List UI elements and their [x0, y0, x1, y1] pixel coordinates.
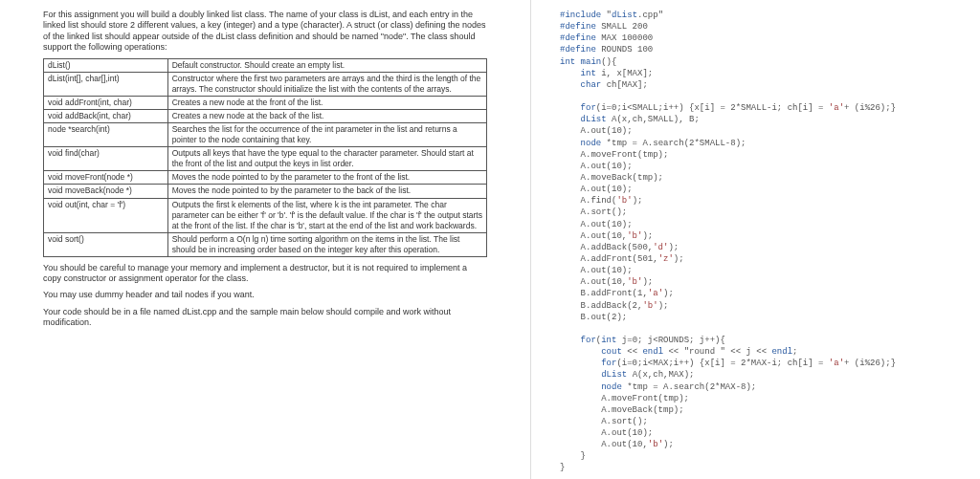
- codefile-paragraph: Your code should be in a file named dLis…: [43, 307, 487, 329]
- op-description: Creates a new node at the front of the l…: [167, 97, 486, 110]
- op-description: Outputs the first k elements of the list…: [167, 198, 486, 232]
- op-signature: void addBack(int, char): [44, 110, 168, 123]
- page-left: For this assignment you will build a dou…: [0, 0, 531, 479]
- op-description: Moves the node pointed to by the paramet…: [167, 171, 486, 185]
- op-description: Outputs all keys that have the type equa…: [167, 147, 486, 171]
- table-row: node *search(int)Searches the list for t…: [44, 123, 487, 147]
- op-signature: void addFront(int, char): [44, 97, 168, 110]
- op-signature: dList(int[], char[],int): [44, 73, 168, 97]
- op-description: Constructor where the first two paramete…: [167, 73, 486, 97]
- op-signature: dList(): [44, 59, 168, 73]
- table-row: void find(char)Outputs all keys that hav…: [44, 147, 487, 171]
- table-row: void moveFront(node *)Moves the node poi…: [44, 171, 487, 185]
- table-row: dList(int[], char[],int)Constructor wher…: [44, 73, 487, 97]
- op-signature: void find(char): [44, 147, 168, 171]
- table-row: dList()Default constructor. Should creat…: [44, 59, 487, 73]
- sample-code: #include "dList.cpp" #define SMALL 200 #…: [560, 10, 937, 474]
- table-row: void sort()Should perform a O(n lg n) ti…: [44, 232, 487, 256]
- table-row: void addBack(int, char)Creates a new nod…: [44, 110, 487, 123]
- op-description: Creates a new node at the back of the li…: [167, 110, 486, 123]
- op-description: Default constructor. Should create an em…: [167, 59, 486, 73]
- dummy-paragraph: You may use dummy header and tail nodes …: [43, 290, 487, 300]
- op-description: Should perform a O(n lg n) time sorting …: [167, 232, 486, 256]
- careful-paragraph: You should be careful to manage your mem…: [43, 263, 487, 285]
- op-signature: void sort(): [44, 232, 168, 256]
- table-row: void addFront(int, char)Creates a new no…: [44, 97, 487, 110]
- table-row: void moveBack(node *)Moves the node poin…: [44, 185, 487, 198]
- op-description: Moves the node pointed to by the paramet…: [167, 185, 486, 198]
- op-description: Searches the list for the occurrence of …: [167, 123, 486, 147]
- op-signature: void moveBack(node *): [44, 185, 168, 198]
- page-right: #include "dList.cpp" #define SMALL 200 #…: [531, 0, 980, 479]
- op-signature: void out(int, char = 'f'): [44, 198, 168, 232]
- op-signature: void moveFront(node *): [44, 171, 168, 185]
- operations-table: dList()Default constructor. Should creat…: [43, 58, 487, 257]
- op-signature: node *search(int): [44, 123, 168, 147]
- table-row: void out(int, char = 'f')Outputs the fir…: [44, 198, 487, 232]
- intro-paragraph: For this assignment you will build a dou…: [43, 10, 487, 53]
